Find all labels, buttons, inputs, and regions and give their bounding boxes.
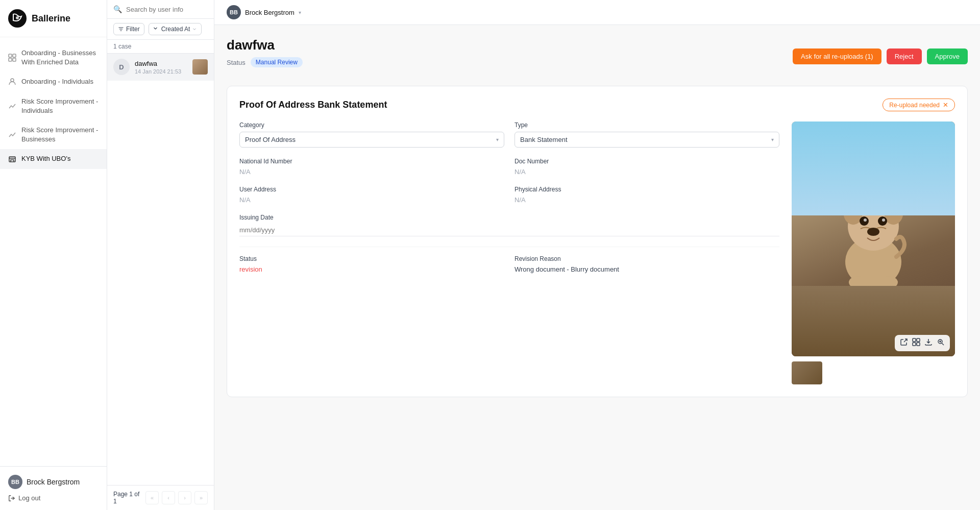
type-field: Type Bank Statement ▾ <box>514 122 779 148</box>
last-page-button[interactable]: » <box>194 491 208 504</box>
issuing-date-label: Issuing Date <box>239 214 779 221</box>
issuing-date-input[interactable] <box>239 224 779 236</box>
physical-address-label: Physical Address <box>514 186 779 193</box>
type-select[interactable]: Bank Statement ▾ <box>514 132 779 148</box>
chevron-down-icon-2: ▾ <box>771 137 774 142</box>
ballerine-logo-icon <box>8 9 27 28</box>
sidebar-footer: BB Brock Bergstrom Log out <box>0 466 107 510</box>
type-value: Bank Statement <box>520 136 568 143</box>
svg-point-17 <box>867 228 879 236</box>
sidebar-item-label: Risk Score Improvement - Businesses <box>21 126 99 144</box>
image-preview <box>792 122 955 384</box>
case-date: 14 Jan 2024 21:53 <box>135 68 187 75</box>
physical-address-field: Physical Address N/A <box>514 186 779 204</box>
topbar-avatar: BB <box>227 5 241 19</box>
sidebar-nav: Onboarding - Businesses With Enriched Da… <box>0 37 107 466</box>
sort-button[interactable]: Created At <box>149 23 202 35</box>
prev-page-button[interactable]: ‹ <box>162 491 175 504</box>
case-info: dawfwa 14 Jan 2024 21:53 <box>135 60 187 75</box>
category-field: Category Proof Of Address ▾ <box>239 122 504 148</box>
svg-rect-23 <box>913 343 916 346</box>
doc-fields: Category Proof Of Address ▾ Type Bank St… <box>239 122 779 384</box>
download-button[interactable] <box>924 338 933 348</box>
sidebar-item-kyb-ubo[interactable]: KYB With UBO's <box>0 149 107 168</box>
case-header: dawfwa Status Manual Review <box>227 37 303 67</box>
chevron-down-icon <box>192 27 197 32</box>
national-id-value: N/A <box>239 168 504 176</box>
sidebar-item-label: Risk Score Improvement - Individuals <box>21 97 99 115</box>
doc-body: Category Proof Of Address ▾ Type Bank St… <box>239 122 955 384</box>
case-panel: 🔍 Filter Created At 1 case D dawfwa 14 J… <box>107 0 214 510</box>
case-title: dawfwa <box>227 37 303 53</box>
svg-rect-2 <box>9 54 12 57</box>
status-label: Status <box>227 59 246 66</box>
category-label: Category <box>239 122 504 129</box>
search-icon: 🔍 <box>113 5 122 13</box>
address-row: User Address N/A Physical Address N/A <box>239 186 779 204</box>
sidebar-item-risk-individuals[interactable]: Risk Score Improvement - Individuals <box>0 92 107 120</box>
divider <box>239 247 779 247</box>
image-thumbnail[interactable] <box>792 361 822 384</box>
svg-point-16 <box>882 218 885 222</box>
sidebar-item-onboarding-businesses[interactable]: Onboarding - Businesses With Enriched Da… <box>0 43 107 72</box>
logout-button[interactable]: Log out <box>8 494 99 502</box>
chevron-down-icon: ▾ <box>299 10 301 15</box>
footer-user-name: Brock Bergstrom <box>27 478 80 486</box>
svg-line-20 <box>904 339 907 342</box>
national-id-doc-row: National Id Number N/A Doc Number N/A <box>239 158 779 176</box>
status-badge: Manual Review <box>251 57 303 67</box>
image-toolbar <box>895 335 950 351</box>
zoom-button[interactable] <box>937 338 945 348</box>
reject-button[interactable]: Reject <box>887 48 922 64</box>
sidebar-item-onboarding-individuals[interactable]: Onboarding - Individuals <box>0 72 107 91</box>
next-page-button[interactable]: › <box>178 491 191 504</box>
doc-status-value: revision <box>239 265 504 273</box>
user-address-field: User Address N/A <box>239 186 504 204</box>
ask-reupload-button[interactable]: Ask for all re-uploads (1) <box>793 48 881 64</box>
topbar: BB Brock Bergstrom ▾ <box>214 0 980 25</box>
svg-rect-24 <box>917 343 920 346</box>
pagination-row: Page 1 of 1 « ‹ › » <box>107 485 214 510</box>
doc-number-label: Doc Number <box>514 158 779 165</box>
person-icon <box>8 78 16 86</box>
sidebar-item-label: KYB With UBO's <box>21 154 70 163</box>
document-image-container <box>792 122 955 356</box>
external-link-button[interactable] <box>900 338 908 348</box>
national-id-field: National Id Number N/A <box>239 158 504 176</box>
category-type-row: Category Proof Of Address ▾ Type Bank St… <box>239 122 779 148</box>
search-input[interactable] <box>126 6 212 13</box>
main-area: BB Brock Bergstrom ▾ dawfwa Status Manua… <box>214 0 980 510</box>
first-page-button[interactable]: « <box>145 491 159 504</box>
revision-reason-value: Wrong document - Blurry document <box>514 265 779 273</box>
reupload-badge-close[interactable]: ✕ <box>943 101 948 109</box>
svg-rect-3 <box>13 54 16 57</box>
status-row: Status Manual Review <box>227 57 303 67</box>
svg-rect-22 <box>917 338 920 342</box>
svg-line-26 <box>942 343 944 345</box>
case-item[interactable]: D dawfwa 14 Jan 2024 21:53 <box>107 54 214 81</box>
grid-view-button[interactable] <box>912 338 920 348</box>
filter-icon <box>118 26 124 32</box>
case-thumbnail <box>192 59 208 75</box>
user-row: BB Brock Bergstrom <box>8 475 99 489</box>
category-select[interactable]: Proof Of Address ▾ <box>239 132 504 148</box>
revision-reason-label: Revision Reason <box>514 255 779 262</box>
avatar: BB <box>8 475 22 489</box>
svg-rect-7 <box>9 157 15 162</box>
physical-address-value: N/A <box>514 196 779 204</box>
svg-rect-5 <box>13 58 16 61</box>
revision-reason-field: Revision Reason Wrong document - Blurry … <box>514 255 779 273</box>
case-count: 1 case <box>107 40 214 54</box>
content-area: dawfwa Status Manual Review Ask for all … <box>214 25 980 510</box>
doc-card-title: Proof Of Address Bank Statement <box>239 100 387 110</box>
sidebar-item-risk-businesses[interactable]: Risk Score Improvement - Businesses <box>0 120 107 149</box>
issuing-date-field: Issuing Date <box>239 214 779 236</box>
logo-text: Ballerine <box>32 13 70 24</box>
doc-status-label: Status <box>239 255 504 262</box>
user-selector[interactable]: BB Brock Bergstrom ▾ <box>227 5 301 19</box>
case-list: D dawfwa 14 Jan 2024 21:53 <box>107 54 214 485</box>
status-revision-row: Status revision Revision Reason Wrong do… <box>239 255 779 273</box>
national-id-label: National Id Number <box>239 158 504 165</box>
filter-button[interactable]: Filter <box>113 23 144 35</box>
approve-button[interactable]: Approve <box>927 48 968 64</box>
